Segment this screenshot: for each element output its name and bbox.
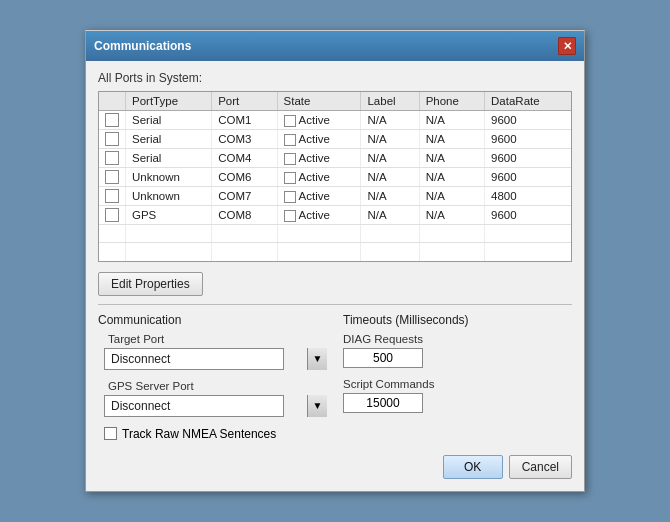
row-label: N/A — [361, 168, 419, 187]
state-box-icon — [284, 172, 296, 184]
row-porttype: Serial — [126, 111, 212, 130]
row-datarate: 9600 — [485, 111, 571, 130]
script-commands-group: Script Commands — [343, 378, 572, 413]
track-nmea-row: Track Raw NMEA Sentences — [104, 427, 327, 441]
table-row[interactable]: Serial COM4 Active N/A N/A 9600 — [99, 149, 571, 168]
state-box-icon — [284, 210, 296, 222]
row-state: Active — [277, 187, 361, 206]
row-checkbox-cell — [99, 206, 126, 225]
row-checkbox[interactable] — [105, 208, 119, 222]
table-row[interactable]: Serial COM1 Active N/A N/A 9600 — [99, 111, 571, 130]
row-state: Active — [277, 149, 361, 168]
row-port: COM1 — [212, 111, 277, 130]
script-commands-input[interactable] — [343, 393, 423, 413]
row-datarate: 4800 — [485, 187, 571, 206]
row-label: N/A — [361, 149, 419, 168]
row-checkbox[interactable] — [105, 170, 119, 184]
row-porttype: Unknown — [126, 168, 212, 187]
title-bar: Communications ✕ — [86, 31, 584, 61]
title-bar-title: Communications — [94, 39, 191, 53]
col-header-datarate: DataRate — [485, 92, 571, 111]
col-header-state: State — [277, 92, 361, 111]
row-port: COM8 — [212, 206, 277, 225]
row-state: Active — [277, 168, 361, 187]
dialog-title: Communications — [94, 39, 191, 53]
timeouts-panel: Timeouts (Milliseconds) DIAG Requests Sc… — [343, 313, 572, 441]
edit-properties-button[interactable]: Edit Properties — [98, 272, 203, 296]
diag-requests-group: DIAG Requests — [343, 333, 572, 368]
bottom-buttons: OK Cancel — [98, 455, 572, 479]
ports-table-container: PortType Port State Label Phone DataRate… — [98, 91, 572, 262]
dialog-body: All Ports in System: PortType Port State… — [86, 61, 584, 491]
row-phone: N/A — [419, 111, 484, 130]
track-nmea-label: Track Raw NMEA Sentences — [122, 427, 276, 441]
communications-dialog: Communications ✕ All Ports in System: Po… — [85, 30, 585, 492]
col-header-port: Port — [212, 92, 277, 111]
row-port: COM4 — [212, 149, 277, 168]
row-porttype: GPS — [126, 206, 212, 225]
table-row[interactable]: Serial COM3 Active N/A N/A 9600 — [99, 130, 571, 149]
close-button[interactable]: ✕ — [558, 37, 576, 55]
gps-server-port-dropdown-container: Disconnect ▼ — [104, 395, 327, 417]
ok-button[interactable]: OK — [443, 455, 503, 479]
col-header-label: Label — [361, 92, 419, 111]
row-checkbox[interactable] — [105, 189, 119, 203]
row-checkbox-cell — [99, 130, 126, 149]
diag-requests-input[interactable] — [343, 348, 423, 368]
gps-server-port-group: GPS Server Port Disconnect ▼ — [98, 380, 327, 417]
gps-server-port-label: GPS Server Port — [108, 380, 327, 392]
row-checkbox-cell — [99, 168, 126, 187]
row-phone: N/A — [419, 130, 484, 149]
diag-requests-label: DIAG Requests — [343, 333, 572, 345]
col-header-phone: Phone — [419, 92, 484, 111]
table-row[interactable]: GPS COM8 Active N/A N/A 9600 — [99, 206, 571, 225]
table-row[interactable]: Unknown COM6 Active N/A N/A 9600 — [99, 168, 571, 187]
script-commands-label: Script Commands — [343, 378, 572, 390]
row-label: N/A — [361, 130, 419, 149]
row-phone: N/A — [419, 149, 484, 168]
row-phone: N/A — [419, 187, 484, 206]
col-header-porttype: PortType — [126, 92, 212, 111]
row-label: N/A — [361, 206, 419, 225]
timeouts-title: Timeouts (Milliseconds) — [343, 313, 572, 327]
state-box-icon — [284, 134, 296, 146]
row-checkbox[interactable] — [105, 151, 119, 165]
row-datarate: 9600 — [485, 206, 571, 225]
target-port-label: Target Port — [108, 333, 327, 345]
row-checkbox[interactable] — [105, 113, 119, 127]
table-section-label: All Ports in System: — [98, 71, 572, 85]
state-box-icon — [284, 115, 296, 127]
target-port-group: Target Port Disconnect ▼ — [98, 333, 327, 370]
table-empty-row — [99, 243, 571, 261]
row-port: COM7 — [212, 187, 277, 206]
row-porttype: Serial — [126, 130, 212, 149]
row-phone: N/A — [419, 206, 484, 225]
row-phone: N/A — [419, 168, 484, 187]
table-empty-row — [99, 225, 571, 243]
row-datarate: 9600 — [485, 130, 571, 149]
row-checkbox[interactable] — [105, 132, 119, 146]
communication-panel: Communication Target Port Disconnect ▼ G… — [98, 313, 327, 441]
row-label: N/A — [361, 187, 419, 206]
row-datarate: 9600 — [485, 149, 571, 168]
target-port-select[interactable]: Disconnect — [104, 348, 284, 370]
row-checkbox-cell — [99, 187, 126, 206]
gps-server-port-arrow-icon: ▼ — [307, 395, 327, 417]
lower-section: Communication Target Port Disconnect ▼ G… — [98, 313, 572, 441]
track-nmea-checkbox[interactable] — [104, 427, 117, 440]
row-label: N/A — [361, 111, 419, 130]
row-checkbox-cell — [99, 111, 126, 130]
divider — [98, 304, 572, 305]
table-row[interactable]: Unknown COM7 Active N/A N/A 4800 — [99, 187, 571, 206]
row-datarate: 9600 — [485, 168, 571, 187]
cancel-button[interactable]: Cancel — [509, 455, 572, 479]
row-porttype: Serial — [126, 149, 212, 168]
row-state: Active — [277, 206, 361, 225]
row-checkbox-cell — [99, 149, 126, 168]
row-port: COM3 — [212, 130, 277, 149]
target-port-arrow-icon: ▼ — [307, 348, 327, 370]
col-header-check — [99, 92, 126, 111]
state-box-icon — [284, 153, 296, 165]
gps-server-port-select[interactable]: Disconnect — [104, 395, 284, 417]
ports-table: PortType Port State Label Phone DataRate… — [99, 92, 571, 261]
